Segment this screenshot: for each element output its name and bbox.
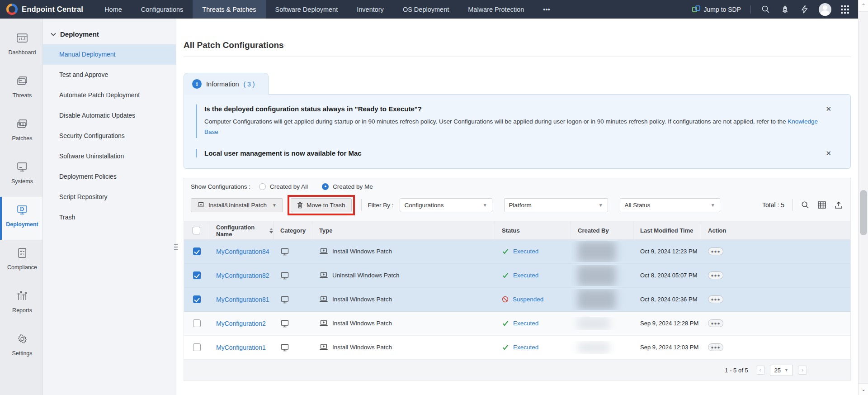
col-created-by: Created By	[571, 221, 633, 240]
configuration-name-link[interactable]: MyConfiguration2	[216, 320, 266, 327]
jump-to-sdp-button[interactable]: Jump to SDP	[692, 5, 741, 14]
select-all-checkbox[interactable]	[193, 227, 200, 234]
nav-item[interactable]: •••	[533, 0, 559, 19]
nav-item[interactable]: Configurations	[132, 0, 193, 19]
total-count: Total : 5	[762, 201, 784, 209]
row-checkbox[interactable]	[193, 319, 201, 327]
search-icon[interactable]	[760, 5, 770, 14]
search-icon[interactable]	[800, 200, 810, 210]
sidebar-item-manual-deployment[interactable]: Manual Deployment	[43, 44, 176, 65]
sidebar-item-test-and-approve[interactable]: Test and Approve	[43, 65, 176, 85]
close-icon[interactable]: ✕	[826, 105, 831, 112]
nav-divider	[750, 5, 751, 14]
toolbar-divider	[361, 199, 362, 211]
move-to-trash-button[interactable]: Move to Trash	[291, 198, 352, 212]
rail-item-deployment[interactable]: Deployment	[0, 197, 42, 240]
scroll-down-arrow[interactable]: ⌄	[859, 383, 868, 395]
type-cell: Install Windows Patch	[312, 296, 495, 303]
rocket-icon[interactable]	[780, 5, 790, 14]
configuration-name-link[interactable]: MyConfiguration84	[216, 248, 269, 255]
rail-item-settings[interactable]: Settings	[0, 326, 42, 369]
sidebar-item-disable-automatic-updates[interactable]: Disable Automatic Updates	[43, 105, 176, 126]
row-actions-button[interactable]: ●●●	[708, 247, 723, 255]
rail-item-dashboard[interactable]: Dashboard	[0, 25, 42, 68]
computer-icon	[280, 247, 289, 256]
rail-item-patches[interactable]: Patches	[0, 111, 42, 154]
compliance-icon	[16, 247, 28, 260]
install-uninstall-patch-button[interactable]: Install/Uninstall Patch ▼	[191, 198, 283, 212]
show-configurations-row: Show Configurations : Created by All Cre…	[184, 178, 850, 194]
nav-item[interactable]: Inventory	[347, 0, 393, 19]
sidebar-item-automate-patch-deployment[interactable]: Automate Patch Deployment	[43, 85, 176, 105]
rail-item-threats[interactable]: Threats	[0, 68, 42, 111]
close-icon[interactable]: ✕	[826, 150, 831, 157]
category-cell	[274, 343, 312, 352]
computer-icon	[280, 319, 289, 328]
last-modified-cell: Oct 9, 2024 12:23 PM	[633, 248, 701, 255]
window-scrollbar[interactable]: ⌃ ⌄	[858, 0, 868, 395]
sidebar-item-deployment-policies[interactable]: Deployment Policies	[43, 167, 176, 187]
configuration-name-link[interactable]: MyConfiguration81	[216, 296, 269, 303]
filter-configurations-dropdown[interactable]: Configurations▼	[400, 198, 492, 212]
sidebar-item-security-configurations[interactable]: Security Configurations	[43, 126, 176, 146]
status-link[interactable]: Executed	[513, 272, 538, 279]
apps-grid-icon[interactable]	[841, 5, 849, 14]
status-link[interactable]: Executed	[513, 248, 538, 255]
page-size-dropdown[interactable]: 25▼	[770, 365, 793, 376]
next-page-button[interactable]: ›	[798, 366, 807, 375]
nav-item[interactable]: Software Deployment	[266, 0, 348, 19]
radio-created-by-me[interactable]	[322, 183, 329, 190]
nav-right: Jump to SDP	[692, 0, 858, 19]
sidebar-item-trash[interactable]: Trash	[43, 207, 176, 228]
nav-item[interactable]: Threats & Patches	[193, 0, 265, 19]
settings-icon	[17, 333, 28, 346]
column-chooser-icon[interactable]	[817, 200, 827, 210]
sidebar-item-script-repository[interactable]: Script Repository	[43, 187, 176, 207]
rail-item-reports[interactable]: Reports	[0, 283, 42, 326]
user-avatar[interactable]	[819, 3, 831, 16]
row-actions-button[interactable]: ●●●	[708, 319, 723, 327]
status-link[interactable]: Suspended	[513, 296, 543, 303]
sort-icon[interactable]	[269, 228, 273, 233]
filter-status-dropdown[interactable]: All Status▼	[620, 198, 720, 212]
flash-icon[interactable]	[799, 5, 809, 14]
category-cell	[274, 295, 312, 304]
created-by-cell	[571, 265, 633, 286]
nav-item[interactable]: OS Deployment	[393, 0, 458, 19]
chevron-down-icon: ▼	[483, 203, 487, 208]
brand[interactable]: Endpoint Central	[0, 0, 95, 19]
tab-information[interactable]: i Information ( 3 )	[184, 73, 269, 95]
info-icon: i	[192, 79, 202, 89]
row-actions-button[interactable]: ●●●	[708, 295, 723, 303]
col-configuration-name[interactable]: Configuration Name	[209, 221, 274, 240]
sidebar-item-software-uninstallation[interactable]: Software Uninstallation	[43, 146, 176, 167]
filter-platform-dropdown[interactable]: Platform▼	[504, 198, 608, 212]
table-row: MyConfiguration81Install Windows PatchSu…	[184, 288, 850, 312]
status-link[interactable]: Executed	[513, 344, 538, 351]
row-checkbox[interactable]	[193, 295, 201, 303]
scroll-up-arrow[interactable]: ⌃	[859, 0, 868, 12]
row-checkbox[interactable]	[193, 271, 201, 279]
success-check-icon	[502, 320, 509, 327]
scrollbar-thumb[interactable]	[860, 190, 867, 235]
type-cell: Install Windows Patch	[312, 320, 495, 327]
row-checkbox[interactable]	[193, 247, 201, 255]
sidebar-group-deployment[interactable]: Deployment	[43, 30, 176, 38]
status-link[interactable]: Executed	[513, 320, 538, 327]
configuration-name-link[interactable]: MyConfiguration1	[216, 344, 266, 351]
configuration-name-link[interactable]: MyConfiguration82	[216, 272, 269, 279]
rail-item-compliance[interactable]: Compliance	[0, 240, 42, 283]
col-last-modified-time: Last Modified Time	[633, 221, 701, 240]
row-actions-button[interactable]: ●●●	[708, 343, 723, 351]
radio-created-by-all[interactable]	[259, 183, 266, 190]
export-icon[interactable]	[834, 200, 844, 210]
deployment-icon	[16, 205, 28, 217]
rail-item-systems[interactable]: Systems	[0, 154, 42, 197]
row-checkbox[interactable]	[193, 343, 201, 351]
row-actions-button[interactable]: ●●●	[708, 271, 723, 279]
nav-item[interactable]: Malware Protection	[458, 0, 533, 19]
sidebar-resize-grip[interactable]	[174, 239, 178, 255]
previous-page-button[interactable]: ‹	[756, 366, 765, 375]
nav-item[interactable]: Home	[95, 0, 132, 19]
show-configurations-label: Show Configurations :	[191, 183, 250, 190]
